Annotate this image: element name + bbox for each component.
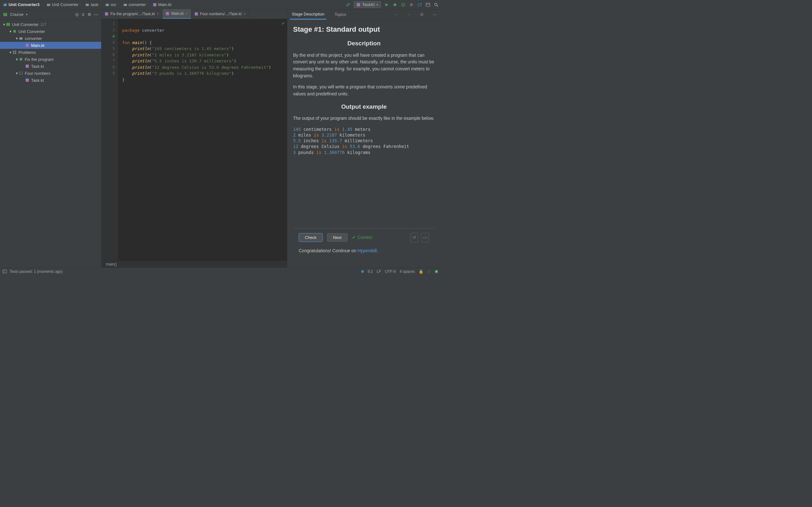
editor-area[interactable]: ▶ 123456789 ✔package converter fun main(…	[101, 19, 287, 261]
breadcrumb-item[interactable]: Unit Converter	[45, 2, 80, 7]
coverage-icon[interactable]	[401, 2, 406, 7]
breadcrumb-label: Unit Converter3	[9, 2, 40, 7]
tree-label: Problems	[18, 50, 36, 55]
svg-rect-41	[20, 72, 22, 74]
progress-indicator[interactable]	[361, 270, 364, 273]
example-line: 2 miles is 3.2187 kilometers	[293, 132, 435, 138]
run-gutter-icon[interactable]: ▶	[113, 33, 115, 40]
notifications-badge[interactable]: 1	[435, 270, 438, 273]
description-panel: Stage Description Topics ← → ⚙ — Stage #…	[287, 9, 441, 268]
kotlin-icon	[25, 78, 30, 83]
folder-icon	[105, 3, 109, 7]
line-ending[interactable]: LF	[377, 269, 381, 274]
breadcrumb-item-project[interactable]: Unit Converter3	[2, 2, 41, 7]
breadcrumb-item[interactable]: src	[104, 2, 117, 7]
description-body: Stage #1: Standard output Description By…	[287, 20, 441, 268]
example-line: 12 degrees Celsius is 53.6 degrees Fahre…	[293, 144, 435, 149]
search-icon[interactable]	[434, 2, 439, 7]
hyperskill-link[interactable]: Hyperskill	[357, 248, 377, 253]
output-paragraph: The output of your program should be exa…	[293, 115, 435, 122]
editor-tab[interactable]: Main.kt×	[162, 9, 191, 19]
svg-rect-15	[410, 3, 413, 6]
svg-rect-28	[6, 23, 8, 26]
tool-window-icon[interactable]	[3, 270, 7, 274]
next-button[interactable]: Next	[327, 233, 348, 242]
indent[interactable]: 4 spaces	[400, 269, 415, 274]
editor-tab[interactable]: Four numbers/…/Task.kt×	[191, 9, 249, 19]
expand-icon[interactable]: ▼	[9, 51, 12, 54]
tree-item-problems[interactable]: ▼Problems	[0, 49, 101, 56]
tree-item-converter[interactable]: ▼converter	[0, 35, 101, 42]
encoding[interactable]: UTF-8	[385, 269, 396, 274]
code-surface[interactable]: ✔package converter fun main() { println(…	[117, 19, 287, 261]
breadcrumb-item[interactable]: task	[84, 2, 99, 7]
editor-tab[interactable]: Fix the program/…/Task.kt×	[101, 9, 162, 19]
collapse-icon[interactable]	[81, 13, 85, 16]
forward-icon[interactable]: →	[406, 12, 412, 17]
tests-status[interactable]: Tests passed: 1 (moments ago)	[9, 269, 62, 274]
svg-rect-34	[13, 51, 14, 52]
debug-icon[interactable]	[392, 2, 397, 7]
tree-item-main-kt[interactable]: Main.kt	[0, 42, 101, 49]
tab-topics[interactable]: Topics	[333, 9, 348, 20]
close-icon[interactable]: ×	[243, 12, 246, 16]
line-number: 4	[101, 40, 115, 46]
tree-item-four-numbers[interactable]: ▼Four numbers	[0, 70, 101, 77]
description-footer: Check Next ✔ Correct ↺ ▭ Congratulations…	[293, 228, 435, 259]
svg-rect-4	[106, 4, 109, 6]
course-header: Course ▾ ◎ ⚙ —	[0, 9, 101, 20]
cursor-position[interactable]: 9:2	[368, 269, 373, 274]
lock-icon[interactable]: 🔓	[419, 269, 423, 274]
line-number: 1	[101, 21, 115, 27]
kotlin-icon	[105, 12, 108, 16]
breadcrumb-item[interactable]: Main.kt	[152, 2, 172, 7]
tree-item-unit-converter[interactable]: ▼Unit Converter2/7	[0, 21, 101, 28]
tree-item-task-kt[interactable]: Task.kt	[0, 77, 101, 83]
expand-icon[interactable]: ▼	[15, 72, 18, 75]
folder-icon	[123, 3, 128, 7]
expand-icon[interactable]: ▼	[15, 58, 18, 61]
chevron-right-icon: 〉	[41, 2, 45, 7]
run-icon[interactable]	[384, 2, 389, 7]
line-number: 2	[101, 27, 115, 34]
close-icon[interactable]: ×	[157, 12, 159, 16]
example-line: 145 centimeters is 1.45 meters	[293, 126, 435, 132]
minimize-icon[interactable]: —	[94, 12, 98, 17]
close-icon[interactable]: ×	[186, 11, 188, 16]
tree-item-task-kt[interactable]: Task.kt	[0, 63, 101, 70]
chevron-down-icon[interactable]: ▾	[26, 13, 28, 16]
minimize-icon[interactable]: —	[432, 12, 438, 17]
gear-icon[interactable]: ⚙	[419, 12, 425, 17]
gear-icon[interactable]: ⚙	[88, 12, 91, 17]
description-paragraph: In this stage, you will write a program …	[293, 83, 435, 97]
tree-item-unit-converter[interactable]: ▼Unit Converter	[0, 28, 101, 35]
breadcrumb-item[interactable]: converter	[122, 2, 147, 7]
update-icon[interactable]	[417, 2, 422, 7]
check-button[interactable]: Check	[299, 233, 322, 242]
stop-icon[interactable]	[409, 2, 414, 7]
comment-icon[interactable]: ▭	[421, 233, 429, 242]
hammer-icon[interactable]	[345, 2, 351, 7]
example-line: 3 pounds is 1.360776 kilograms	[293, 150, 435, 155]
tab-stage-description[interactable]: Stage Description	[290, 9, 326, 20]
layout-icon[interactable]	[425, 2, 430, 7]
expand-icon[interactable]: ▼	[9, 30, 12, 33]
topbar: Unit Converter3 〉 Unit Converter 〉 task …	[0, 0, 441, 9]
target-icon[interactable]: ◎	[75, 12, 79, 17]
svg-rect-36	[13, 53, 14, 54]
undo-icon[interactable]: ↺	[410, 233, 418, 242]
toolbar-actions: TaskKt ▾	[345, 1, 439, 8]
description-paragraph: By the end of this project, you will hav…	[293, 52, 435, 79]
code-breadcrumb[interactable]: main()	[101, 261, 287, 268]
expand-icon[interactable]: ▼	[3, 23, 6, 26]
face-icon[interactable]: ☺	[427, 269, 431, 274]
svg-rect-23	[5, 13, 7, 16]
back-icon[interactable]: ←	[393, 12, 399, 17]
description-heading: Description	[293, 39, 435, 48]
course-tree: ▼Unit Converter2/7▼Unit Converter▼conver…	[0, 20, 101, 83]
stage-title: Stage #1: Standard output	[293, 24, 435, 35]
expand-icon[interactable]: ▼	[15, 37, 18, 40]
tree-item-fix-the-program[interactable]: ▼Fix the program	[0, 56, 101, 63]
chevron-right-icon: 〉	[100, 2, 103, 7]
run-configuration[interactable]: TaskKt ▾	[354, 1, 381, 8]
